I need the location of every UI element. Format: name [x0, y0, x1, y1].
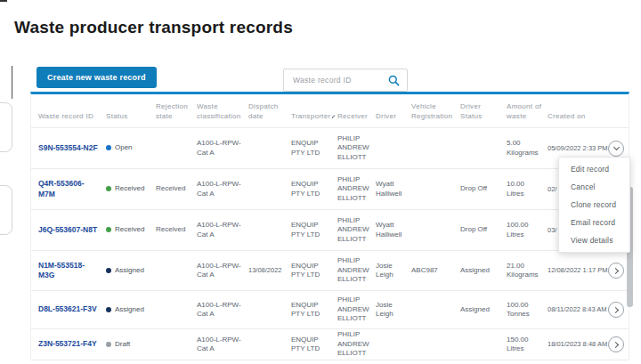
status-cell: Draft	[106, 340, 156, 349]
record-id-link[interactable]: J6Q-553607-N8T	[38, 225, 106, 235]
record-id-link[interactable]: Z3N-553721-F4Y	[38, 339, 106, 349]
transporter-cell: ENQUIP PTY LTD	[291, 301, 337, 320]
status-dot-icon	[106, 186, 111, 191]
screen-edge-artifact	[0, 0, 7, 2]
created-on-cell: 05/09/2022 2:33 PM	[548, 144, 608, 153]
classification-cell: A100-L-RPW- Cat A	[197, 139, 248, 158]
menu-item-edit-record[interactable]: Edit record	[559, 160, 629, 178]
chevron-down-icon[interactable]	[332, 115, 336, 118]
col-header-rejection-state: Rejection state	[156, 102, 197, 127]
waste-records-table: Waste record ID Status Rejection state W…	[30, 92, 629, 360]
amount-cell: 21.00 Kilograms	[507, 262, 548, 280]
menu-item-clone-record[interactable]: Clone record	[559, 196, 629, 214]
driver-status-cell: Assigned	[460, 305, 507, 314]
vehicle-registration-cell: ABC987	[411, 266, 460, 275]
driver-cell: Wyatt Halliwell	[376, 221, 411, 239]
record-id-link[interactable]: S9N-553554-N2F	[38, 143, 106, 153]
receiver-cell: PHILIP ANDREW ELLIOTT	[337, 216, 376, 244]
receiver-cell: PHILIP ANDREW ELLIOTT	[337, 295, 376, 323]
status-dot-icon	[106, 342, 111, 347]
table-row[interactable]: D8L-553621-F3V Assigned A100-L-RPW- Cat …	[31, 290, 629, 328]
transporter-cell: ENQUIP PTY LTD	[291, 139, 337, 158]
transporter-cell: ENQUIP PTY LTD	[291, 180, 337, 198]
status-cell: Open	[106, 143, 156, 152]
record-id-link[interactable]: N1M-553518-M3G	[38, 261, 106, 280]
amount-cell: 100.00 Litres	[507, 221, 548, 239]
chevron-right-icon	[612, 306, 618, 312]
row-actions-button[interactable]	[608, 302, 624, 318]
table-row[interactable]: Q4R-553606-M7M Received Received A100-L-…	[31, 168, 629, 209]
table-row[interactable]: S9N-553554-N2F Open A100-L-RPW- Cat A EN…	[31, 127, 629, 168]
left-cutoff-panel	[0, 102, 12, 152]
status-label: Received	[115, 184, 144, 193]
status-cell: Assigned	[106, 266, 156, 275]
table-row[interactable]: N1M-553518-M3G Assigned A100-L-RPW- Cat …	[31, 250, 629, 290]
amount-cell: 5.00 Kilograms	[507, 139, 548, 158]
page-title: Waste producer transport records	[14, 18, 293, 37]
row-actions-button[interactable]	[608, 336, 624, 352]
classification-cell: A100-L-RPW- Cat A	[197, 262, 248, 280]
amount-cell: 10.00 Litres	[507, 180, 548, 198]
row-actions-button[interactable]	[608, 141, 624, 157]
status-label: Open	[115, 143, 133, 152]
col-header-dispatch-date: Dispatch date	[248, 102, 291, 127]
menu-item-email-record[interactable]: Email record	[559, 214, 629, 231]
dispatch-date-cell: 13/08/2022	[248, 266, 291, 275]
transporter-cell: ENQUIP PTY LTD	[291, 262, 337, 280]
driver-cell: Josie Leigh	[376, 301, 411, 320]
col-header-driver: Driver	[376, 112, 411, 127]
driver-status-cell: Assigned	[460, 266, 507, 275]
amount-cell: 100.00 Tonnes	[507, 301, 548, 320]
rejection-state-cell: Received	[156, 184, 197, 193]
search-icon[interactable]	[388, 75, 400, 86]
receiver-cell: PHILIP ANDREW ELLIOTT	[337, 256, 376, 284]
driver-cell: Wyatt Halliwell	[376, 180, 411, 198]
search-input[interactable]	[293, 76, 388, 85]
status-cell: Assigned	[106, 305, 156, 314]
chevron-down-icon	[613, 144, 619, 150]
transporter-cell: ENQUIP PTY LTD	[291, 221, 337, 239]
table-row[interactable]: Z3N-553721-F4Y Draft A100-L-RPW- Cat A E…	[31, 328, 629, 360]
receiver-cell: PHILIP ANDREW ELLIOTT	[337, 134, 376, 162]
status-cell: Received	[106, 184, 156, 193]
chevron-right-icon	[612, 267, 618, 273]
rejection-state-cell: Received	[156, 225, 197, 234]
waste-record-search[interactable]	[283, 69, 408, 92]
row-actions-menu: Edit record Cancel Clone record Email re…	[558, 157, 630, 253]
left-edge-artifact	[12, 66, 12, 99]
col-header-waste-classification: Waste classification	[197, 102, 248, 127]
driver-status-cell: Drop Off	[460, 184, 507, 193]
classification-cell: A100-L-RPW- Cat A	[197, 180, 248, 198]
record-id-link[interactable]: Q4R-553606-M7M	[38, 179, 106, 198]
status-dot-icon	[106, 145, 111, 150]
status-label: Draft	[115, 340, 130, 349]
status-dot-icon	[106, 227, 111, 232]
status-label: Received	[115, 225, 144, 234]
record-id-link[interactable]: D8L-553621-F3V	[38, 304, 106, 314]
row-actions-button[interactable]	[608, 263, 624, 279]
amount-cell: 150.00 Litres	[507, 336, 548, 354]
classification-cell: A100-L-RPW- Cat A	[197, 301, 248, 320]
created-on-cell: 08/11/2022 8:43 AM	[548, 305, 608, 314]
transporter-cell: ENQUIP PTY LTD	[291, 336, 337, 354]
col-header-transporter[interactable]: Transporter	[291, 112, 337, 127]
col-header-waste-record-id: Waste record ID	[38, 112, 106, 127]
receiver-cell: PHILIP ANDREW ELLIOTT	[337, 175, 376, 203]
created-on-cell: 12/08/2022 1:17 PM	[548, 266, 608, 275]
status-dot-icon	[106, 268, 111, 273]
col-header-actions	[608, 121, 629, 127]
chevron-right-icon	[612, 341, 618, 347]
col-header-driver-status: Driver Status	[460, 102, 507, 127]
menu-item-cancel[interactable]: Cancel	[559, 178, 629, 196]
created-on-cell: 18/01/2023 8:48 AM	[548, 340, 608, 349]
receiver-cell: PHILIP ANDREW ELLIOTT	[337, 330, 376, 358]
classification-cell: A100-L-RPW- Cat A	[197, 221, 248, 239]
create-new-waste-record-button[interactable]: Create new waste record	[37, 67, 157, 88]
col-header-created-on: Created on	[548, 112, 608, 127]
menu-item-view-details[interactable]: View details	[559, 231, 629, 249]
driver-cell: Josie Leigh	[376, 262, 411, 280]
transporter-header-label: Transporter	[291, 112, 330, 121]
driver-status-cell: Drop Off	[460, 225, 507, 234]
status-cell: Received	[106, 225, 156, 234]
table-row[interactable]: J6Q-553607-N8T Received Received A100-L-…	[31, 209, 629, 250]
